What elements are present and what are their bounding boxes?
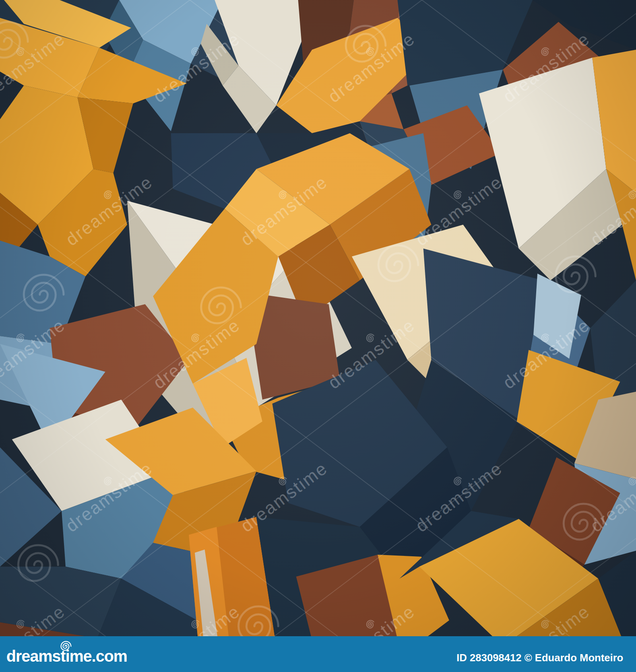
watermark-word: dreamstime [145,309,244,392]
watermark-word: dreamstime [407,452,506,536]
watermark-text: dreamstime [149,29,244,107]
image-credit: ID 283098412 © Eduardo Monteiro [457,652,623,664]
watermark-text: dreamstime [0,29,69,107]
watermark-word: dreamstime [407,166,506,249]
watermark-word: dreamstime [58,166,156,249]
watermark-layer: dreamstimedreamstimedreamstimedreamstime… [0,0,636,672]
watermark-text: dreamstime [0,315,69,393]
watermark-word: dreamstime [0,309,69,392]
watermark-text: dreamstime [237,458,331,536]
watermark-word: dreamstime [233,166,331,249]
watermark-text: dreamstime [324,315,419,393]
watermark-text: dreamstime [499,315,593,393]
watermark-text: dreamstime [149,315,244,393]
watermark-text: dreamstime [587,458,636,536]
watermark-word: dreamstime [582,166,636,249]
watermark-text: dreamstime [62,458,156,536]
watermark-line [0,32,636,511]
watermark-line [0,0,636,336]
footer-bar: dreamstime.com ID 283098412 © Eduardo Mo… [0,636,636,672]
stock-photo-preview: dreamstimedreamstimedreamstimedreamstime… [0,0,636,672]
watermark-line [0,188,636,668]
watermark-text: dreamstime [499,29,593,107]
watermark-text: dreamstime [324,29,419,107]
watermark-text: dreamstime [237,172,331,250]
watermark-spiral-icon [201,287,241,323]
watermark-spiral-icon [378,245,418,281]
watermark-word: dreamstime [145,23,244,106]
watermark-line [0,0,636,318]
watermark-spiral-icon [556,256,595,292]
watermark-spiral-icon [18,545,58,581]
watermark-word: dreamstime [58,452,156,536]
watermark-text: dreamstime [412,172,506,250]
watermark-word: dreamstime [0,23,69,106]
dreamstime-spiral-icon [60,640,72,651]
watermark-word: dreamstime [495,309,593,392]
dreamstime-logo: dreamstime.com [6,648,127,664]
watermark-lines [0,0,636,672]
watermark-word: dreamstime [495,23,593,106]
watermark-words: dreamstimedreamstimedreamstimedreamstime… [0,23,636,672]
watermark-text: dreamstime [412,458,506,536]
watermark-text: dreamstime [587,172,636,250]
watermark-word: dreamstime [320,309,419,392]
watermark-word: dreamstime [582,452,636,536]
watermark-line [0,14,636,493]
watermark-word: dreamstime [233,452,331,536]
watermark-spirals [0,22,603,642]
watermark-spiral-icon [24,275,64,311]
